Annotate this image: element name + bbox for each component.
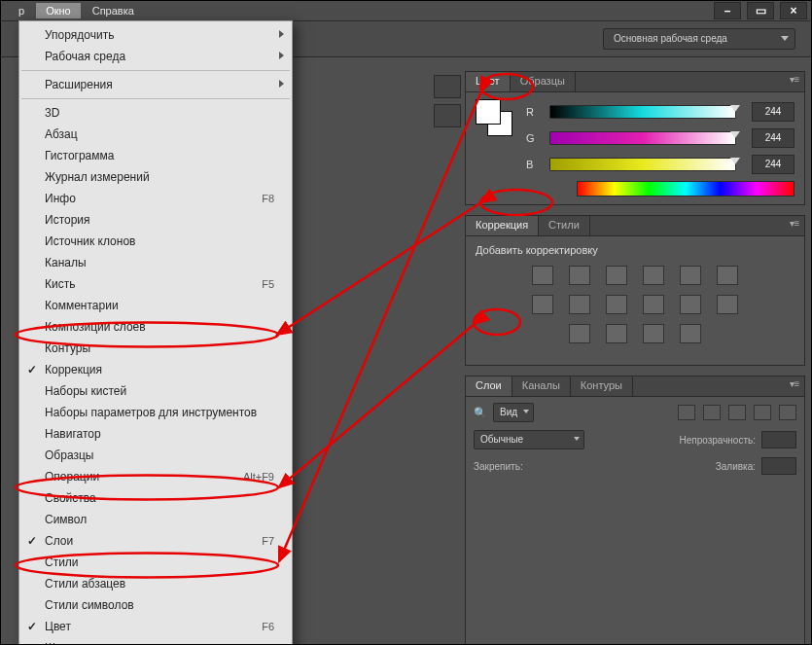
menu-item[interactable]: Навигатор xyxy=(19,423,292,445)
adjustment-icon[interactable] xyxy=(569,295,590,314)
menu-item[interactable]: Шкала времени xyxy=(19,637,292,644)
adjustment-icon[interactable] xyxy=(680,295,701,314)
filter-icon[interactable] xyxy=(779,405,796,420)
r-slider[interactable] xyxy=(549,105,736,119)
menu-item[interactable]: ИнфоF8 xyxy=(19,188,292,209)
adjustment-icon[interactable] xyxy=(717,295,738,314)
menu-item[interactable]: Расширения xyxy=(19,74,292,95)
menu-item-help[interactable]: Справка xyxy=(83,3,144,18)
menu-item[interactable]: ✓Коррекция xyxy=(19,359,292,380)
menu-item[interactable]: Гистограмма xyxy=(19,145,292,166)
filter-select[interactable]: Вид xyxy=(493,403,534,422)
menu-item[interactable]: Наборы параметров для инструментов xyxy=(19,402,292,423)
layers-panel-tabs: Слои Каналы Контуры xyxy=(466,376,804,397)
menu-item[interactable]: КистьF5 xyxy=(19,273,292,295)
menu-item[interactable]: Источник клонов xyxy=(19,231,292,252)
menu-item[interactable]: Символ xyxy=(19,509,292,530)
menu-item[interactable]: Образцы xyxy=(19,445,292,466)
menu-item[interactable]: Контуры xyxy=(19,338,292,359)
adjustment-icon[interactable] xyxy=(643,324,664,343)
workspace-selector[interactable]: Основная рабочая среда xyxy=(603,28,795,50)
b-value[interactable]: 244 xyxy=(752,155,794,174)
adjustment-icon[interactable] xyxy=(643,266,664,285)
filter-icon[interactable] xyxy=(678,405,695,420)
panel-strip-icon[interactable] xyxy=(434,104,461,127)
filter-icon[interactable] xyxy=(728,405,746,420)
blend-mode-select[interactable]: Обычные xyxy=(474,430,584,449)
menu-item-label: Абзац xyxy=(45,127,78,141)
opacity-input[interactable] xyxy=(761,431,796,448)
adjustment-icon[interactable] xyxy=(717,266,738,285)
menu-item[interactable]: Комментарии xyxy=(19,295,292,316)
adjustment-icon[interactable] xyxy=(680,266,701,285)
svg-line-7 xyxy=(279,324,475,487)
adjustment-icon[interactable] xyxy=(569,324,590,343)
rgb-sliders: R 244 G 244 B 244 xyxy=(526,102,794,197)
menu-item[interactable]: Рабочая среда xyxy=(19,46,292,67)
g-value[interactable]: 244 xyxy=(752,128,794,148)
panel-menu-icon[interactable]: ▾≡ xyxy=(787,218,802,232)
menu-item[interactable]: ✓СлоиF7 xyxy=(19,530,292,552)
b-slider[interactable] xyxy=(549,158,736,171)
menu-item-label: Расширения xyxy=(45,78,113,91)
panel-strip-icon[interactable] xyxy=(434,75,461,98)
menu-item[interactable]: Стили xyxy=(19,552,292,573)
adjustment-icon[interactable] xyxy=(532,266,553,285)
adjustment-icon[interactable] xyxy=(532,295,553,314)
menu-item[interactable]: Журнал измерений xyxy=(19,166,292,188)
tab-channels[interactable]: Каналы xyxy=(512,376,571,396)
close-button[interactable]: × xyxy=(780,2,807,19)
tab-layers[interactable]: Слои xyxy=(466,376,512,396)
menu-item[interactable]: ОперацииAlt+F9 xyxy=(19,466,292,487)
svg-line-8 xyxy=(279,91,481,561)
foreground-swatch[interactable] xyxy=(476,99,501,125)
menu-item[interactable]: ✓ЦветF6 xyxy=(19,616,292,637)
menu-bar: р Окно Справка – ▭ × xyxy=(1,1,811,21)
restore-button[interactable]: ▭ xyxy=(747,2,774,19)
menu-item[interactable]: р xyxy=(9,3,34,18)
r-value[interactable]: 244 xyxy=(752,102,794,122)
adjustment-icon[interactable] xyxy=(606,295,627,314)
menu-item-label: Рабочая среда xyxy=(45,50,125,63)
adjustment-icon[interactable] xyxy=(680,324,701,343)
menu-item-label: Инфо xyxy=(45,192,76,205)
menu-item-label: Стили символов xyxy=(45,598,134,612)
menu-item[interactable]: История xyxy=(19,209,292,231)
filter-icon[interactable] xyxy=(703,405,721,420)
menu-item[interactable]: Композиции слоев xyxy=(19,316,292,338)
check-icon: ✓ xyxy=(27,363,37,376)
menu-item[interactable]: Упорядочить xyxy=(19,24,292,46)
tab-color[interactable]: Цвет xyxy=(466,72,511,91)
adjustment-icon[interactable] xyxy=(569,266,590,285)
menu-item-label: Гистограмма xyxy=(45,149,114,162)
menu-item[interactable]: Каналы xyxy=(19,252,292,273)
menu-item-label: Навигатор xyxy=(45,427,101,441)
fill-input[interactable] xyxy=(761,457,796,475)
color-panel-body: R 244 G 244 B 244 xyxy=(466,92,804,204)
blend-mode-label: Обычные xyxy=(480,434,523,445)
menu-item[interactable]: Свойства xyxy=(19,487,292,509)
panel-menu-icon[interactable]: ▾≡ xyxy=(787,74,802,88)
menu-item[interactable]: Стили символов xyxy=(19,594,292,616)
minimize-button[interactable]: – xyxy=(714,2,741,19)
adjustment-icon[interactable] xyxy=(606,324,627,343)
tab-swatches[interactable]: Образцы xyxy=(511,72,576,91)
g-slider[interactable] xyxy=(549,131,736,145)
color-swatches[interactable] xyxy=(476,99,511,134)
menu-item[interactable]: Абзац xyxy=(19,124,292,145)
spectrum-bar[interactable] xyxy=(577,181,794,197)
menu-item-window[interactable]: Окно xyxy=(36,3,81,18)
menu-item-label: Упорядочить xyxy=(45,28,114,42)
menu-item-label: Цвет xyxy=(45,620,71,633)
menu-item[interactable]: 3D xyxy=(19,102,292,124)
adjustment-icon[interactable] xyxy=(643,295,664,314)
filter-icon[interactable] xyxy=(754,405,771,420)
menu-item[interactable]: Наборы кистей xyxy=(19,380,292,402)
tab-correction[interactable]: Коррекция xyxy=(466,216,539,235)
tab-styles[interactable]: Стили xyxy=(539,216,590,235)
menu-item[interactable]: Стили абзацев xyxy=(19,573,292,594)
panel-menu-icon[interactable]: ▾≡ xyxy=(787,378,802,392)
svg-line-6 xyxy=(277,202,481,335)
tab-paths[interactable]: Контуры xyxy=(571,376,633,396)
adjustment-icon[interactable] xyxy=(606,266,627,285)
